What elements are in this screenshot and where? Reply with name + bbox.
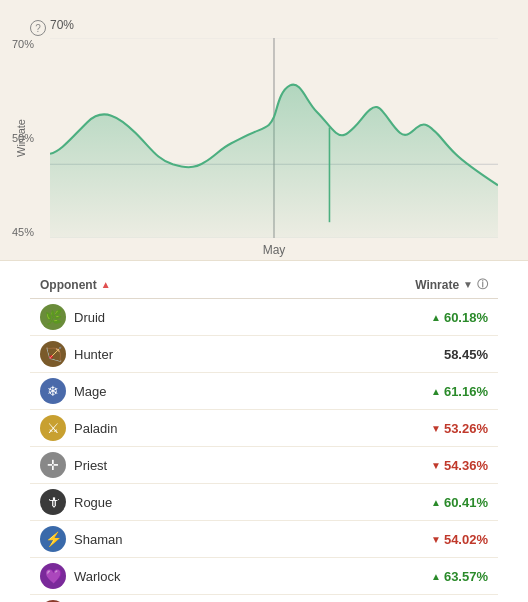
- row-left: ⚡ Shaman: [40, 526, 122, 552]
- trend-up-icon: ▲: [431, 312, 441, 323]
- trend-up-icon: ▲: [431, 386, 441, 397]
- row-left: 💜 Warlock: [40, 563, 120, 589]
- chart-section: ? 70% 70% 50% 45%: [0, 0, 528, 260]
- opponent-table: 🌿 Druid ▲ 60.18% 🏹 Hunter 58.45% ❄ Mage …: [30, 299, 498, 602]
- winrate-chart: [50, 38, 498, 238]
- table-section: Opponent ▲ Winrate ▼ ⓘ 🌿 Druid ▲ 60.18% …: [0, 261, 528, 602]
- winrate-cell: ▼ 54.02%: [431, 532, 488, 547]
- table-row: ⚔ Paladin ▼ 53.26%: [30, 410, 498, 447]
- y-label-top: 70%: [12, 38, 34, 50]
- table-header: Opponent ▲ Winrate ▼ ⓘ: [30, 271, 498, 299]
- class-icon: ✛: [40, 452, 66, 478]
- trend-down-icon: ▼: [431, 534, 441, 545]
- y-axis-title: Winrate: [15, 119, 27, 157]
- trend-down-icon: ▼: [431, 423, 441, 434]
- winrate-label: Winrate: [415, 278, 459, 292]
- class-name: Shaman: [74, 532, 122, 547]
- help-icon[interactable]: ?: [30, 20, 46, 36]
- winrate-value: 53.26%: [444, 421, 488, 436]
- class-name: Priest: [74, 458, 107, 473]
- table-row: 💜 Warlock ▲ 63.57%: [30, 558, 498, 595]
- winrate-cell: ▲ 61.16%: [431, 384, 488, 399]
- table-row: 🌿 Druid ▲ 60.18%: [30, 299, 498, 336]
- class-icon: 🗡: [40, 489, 66, 515]
- chart-container: 70% 50% 45%: [50, 38, 498, 238]
- winrate-value: 60.41%: [444, 495, 488, 510]
- trend-up-icon: ▲: [431, 571, 441, 582]
- row-left: 🏹 Hunter: [40, 341, 113, 367]
- class-icon: ❄: [40, 378, 66, 404]
- winrate-value: 61.16%: [444, 384, 488, 399]
- class-name: Druid: [74, 310, 105, 325]
- row-left: ❄ Mage: [40, 378, 107, 404]
- table-row: ⚡ Shaman ▼ 54.02%: [30, 521, 498, 558]
- class-icon: ⚔: [40, 415, 66, 441]
- winrate-cell: ▲ 60.18%: [431, 310, 488, 325]
- x-axis-label: May: [50, 243, 498, 257]
- winrate-value: 54.36%: [444, 458, 488, 473]
- winrate-info-icon[interactable]: ⓘ: [477, 277, 488, 292]
- class-icon: 💜: [40, 563, 66, 589]
- table-row: ✛ Priest ▼ 54.36%: [30, 447, 498, 484]
- class-icon: 🏹: [40, 341, 66, 367]
- row-left: 🌿 Druid: [40, 304, 105, 330]
- class-icon: 🌿: [40, 304, 66, 330]
- class-name: Mage: [74, 384, 107, 399]
- winrate-value: 63.57%: [444, 569, 488, 584]
- row-left: ✛ Priest: [40, 452, 107, 478]
- opponent-sort-icon[interactable]: ▲: [101, 279, 111, 290]
- winrate-cell: 58.45%: [444, 347, 488, 362]
- y-label-bot: 45%: [12, 226, 34, 238]
- class-name: Warlock: [74, 569, 120, 584]
- winrate-value: 54.02%: [444, 532, 488, 547]
- winrate-cell: ▼ 53.26%: [431, 421, 488, 436]
- table-row: 🏹 Hunter 58.45%: [30, 336, 498, 373]
- class-name: Paladin: [74, 421, 117, 436]
- table-row: 🛡 Warrior ▲ 60.42%: [30, 595, 498, 602]
- row-left: 🗡 Rogue: [40, 489, 112, 515]
- winrate-value: 60.18%: [444, 310, 488, 325]
- class-name: Hunter: [74, 347, 113, 362]
- winrate-cell: ▲ 60.41%: [431, 495, 488, 510]
- winrate-header: Winrate ▼ ⓘ: [415, 277, 488, 292]
- opponent-label: Opponent: [40, 278, 97, 292]
- trend-down-icon: ▼: [431, 460, 441, 471]
- winrate-value: 58.45%: [444, 347, 488, 362]
- opponent-header: Opponent ▲: [40, 277, 111, 292]
- table-row: ❄ Mage ▲ 61.16%: [30, 373, 498, 410]
- trend-up-icon: ▲: [431, 497, 441, 508]
- y-top-label: 70%: [50, 18, 74, 32]
- winrate-cell: ▲ 63.57%: [431, 569, 488, 584]
- winrate-sort-icon[interactable]: ▼: [463, 279, 473, 290]
- class-name: Rogue: [74, 495, 112, 510]
- table-row: 🗡 Rogue ▲ 60.41%: [30, 484, 498, 521]
- row-left: ⚔ Paladin: [40, 415, 117, 441]
- class-icon: ⚡: [40, 526, 66, 552]
- winrate-cell: ▼ 54.36%: [431, 458, 488, 473]
